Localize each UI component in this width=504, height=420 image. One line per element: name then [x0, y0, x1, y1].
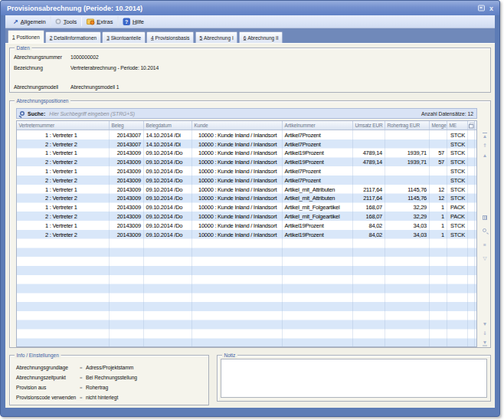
- row-up-icon[interactable]: ▲: [479, 153, 490, 159]
- page-up-icon[interactable]: ⇑: [479, 143, 490, 149]
- cell: PACK: [447, 212, 468, 221]
- expand-icon[interactable]: ▽: [479, 255, 490, 261]
- toolbar-label: Allgemein: [21, 18, 46, 25]
- search-bar[interactable]: Suche: Hier Suchbegriff eingeben (STRG+S…: [16, 108, 477, 119]
- column-header-kunde[interactable]: Kunde: [192, 121, 283, 130]
- cell: [468, 166, 475, 176]
- close-icon[interactable]: x: [489, 5, 493, 11]
- cell: 2117,64: [353, 194, 385, 203]
- field-label: Abrechnungsmodell: [14, 84, 58, 90]
- table-row[interactable]: 2 : Vertreter 22014300909.10.2014 /Do100…: [17, 176, 476, 185]
- cell: 14.10.2014 /Di: [144, 139, 192, 149]
- cell: STCK: [447, 157, 468, 166]
- cell: [468, 239, 475, 248]
- cell: 2117,64: [353, 185, 385, 194]
- filter-icon[interactable]: ≡: [479, 242, 490, 248]
- cell: 09.10.2014 /Do: [144, 185, 192, 194]
- cell: 168,07: [353, 212, 385, 221]
- table-row[interactable]: 2 : Vertreter 22014300909.10.2014 /Do100…: [17, 230, 476, 239]
- window-titlebar[interactable]: Provisionsabrechnung (Periode: 10.2014) …: [1, 1, 499, 15]
- column-header-options[interactable]: [468, 121, 475, 130]
- scroll-to-top-icon[interactable]: ▲: [479, 133, 490, 139]
- cell: [385, 311, 430, 320]
- toolbar-item-extras[interactable]: Extras: [82, 16, 117, 28]
- cell: [430, 248, 447, 257]
- cell: 20143009: [110, 202, 144, 212]
- cell: 09.10.2014 /Do: [144, 202, 192, 212]
- cell: [468, 139, 475, 149]
- table-row[interactable]: 2 : Vertreter 22014300909.10.2014 /Do100…: [17, 194, 476, 203]
- column-header-menge[interactable]: Menge: [430, 121, 447, 130]
- table-row[interactable]: 1 : Vertreter 12014300909.10.2014 /Do100…: [17, 166, 476, 176]
- search-rows-icon[interactable]: [483, 228, 486, 232]
- cell: [385, 239, 430, 248]
- column-header-me[interactable]: ME: [447, 121, 468, 130]
- cell: 10000 : Kunde Inland / Inlandsort: [192, 212, 283, 221]
- table-row-empty: [17, 293, 476, 302]
- scroll-to-bottom-icon[interactable]: ▼: [479, 340, 490, 346]
- cell: 10000 : Kunde Inland / Inlandsort: [192, 185, 283, 194]
- notiz-textarea[interactable]: [221, 359, 487, 398]
- cell: [468, 212, 475, 221]
- toolbar-item-tools[interactable]: Tools: [51, 16, 82, 28]
- tab-page-positionen: Daten Abrechnungsnummer 1000000002 Bezei…: [5, 43, 495, 408]
- cell: [17, 266, 110, 275]
- cell: [110, 293, 144, 302]
- cell: Artikel_mit_Attributen: [283, 185, 353, 194]
- cell: STCK: [447, 130, 468, 139]
- table-row[interactable]: 1 : Vertreter 12014300909.10.2014 /Do100…: [17, 185, 476, 194]
- tab-abrechnung-2[interactable]: 6 Abrechnung II: [239, 31, 283, 43]
- row-down-icon[interactable]: ▼: [479, 321, 490, 327]
- cell: [430, 330, 447, 339]
- tab-detailinformationen[interactable]: 2 Detailinformationen: [45, 31, 101, 43]
- column-header-belegdatum[interactable]: Belegdatum: [144, 121, 192, 130]
- cell: [353, 239, 385, 248]
- cell: STCK: [447, 149, 468, 158]
- table-row[interactable]: 1 : Vertreter 12014300909.10.2014 /Do100…: [17, 202, 476, 212]
- cell: [353, 293, 385, 302]
- cell: [17, 248, 110, 257]
- cell: [385, 284, 430, 294]
- cell: [447, 284, 468, 294]
- table-row[interactable]: 2 : Vertreter 22014300909.10.2014 /Do100…: [17, 157, 476, 166]
- column-header-umsatz[interactable]: Umsatz EUR: [353, 121, 385, 130]
- restore-icon[interactable]: [478, 5, 485, 11]
- column-header-beleg[interactable]: Beleg: [110, 121, 144, 130]
- cell: [468, 311, 475, 320]
- cell: 10000 : Kunde Inland / Inlandsort: [192, 157, 283, 166]
- toolbar-item-allgemein[interactable]: ↗ Allgemein: [8, 16, 51, 28]
- cell: [192, 293, 283, 302]
- search-input[interactable]: Hier Suchbegriff eingeben (STRG+S): [49, 110, 135, 116]
- tab-provisionsbasis[interactable]: 4 Provisionsbasis: [146, 31, 195, 43]
- table-row[interactable]: 1 : Vertreter 12014300714.10.2014 /Di100…: [17, 130, 476, 139]
- info-label: Abrechnungsgrundlage: [16, 365, 78, 371]
- cell: [468, 338, 475, 347]
- cell: [17, 239, 110, 248]
- cell: [468, 275, 475, 284]
- cell: 1 : Vertreter 1: [17, 202, 110, 212]
- tab-positionen[interactable]: 1 Positionen: [8, 30, 44, 43]
- cell: [110, 284, 144, 294]
- table-row[interactable]: 1 : Vertreter 12014300909.10.2014 /Do100…: [17, 221, 476, 230]
- tab-skontoanteile[interactable]: 3 Skontoanteile: [102, 31, 146, 43]
- column-header-artikelnummer[interactable]: Artikelnummer: [283, 121, 353, 130]
- cell: 34,03: [385, 230, 430, 239]
- table-row[interactable]: 2 : Vertreter 22014300909.10.2014 /Do100…: [17, 212, 476, 221]
- cell: [447, 302, 468, 311]
- cell: [353, 302, 385, 311]
- page-down-icon[interactable]: ⇓: [479, 330, 490, 336]
- cell: Artikel19Prozent: [283, 230, 353, 239]
- cell: 1: [430, 212, 447, 221]
- toolbar-item-hilfe[interactable]: ? Hilfe: [118, 16, 149, 28]
- column-header-rohertrag[interactable]: Rohertrag EUR: [385, 121, 430, 130]
- cell: [110, 257, 144, 266]
- grid-view-icon[interactable]: [483, 215, 487, 220]
- tab-abrechnung-1[interactable]: 5 Abrechnung I: [195, 31, 238, 43]
- column-header-vertreternummer[interactable]: Vertreternummer: [17, 121, 110, 130]
- cell: 20143009: [110, 194, 144, 203]
- table-row[interactable]: 1 : Vertreter 12014300909.10.2014 /Do100…: [17, 149, 476, 158]
- cell: 14.10.2014 /Di: [144, 130, 192, 139]
- table-row-empty: [17, 338, 476, 347]
- gear-icon: [56, 19, 61, 25]
- table-row[interactable]: 2 : Vertreter 22014300714.10.2014 /Di100…: [17, 139, 476, 149]
